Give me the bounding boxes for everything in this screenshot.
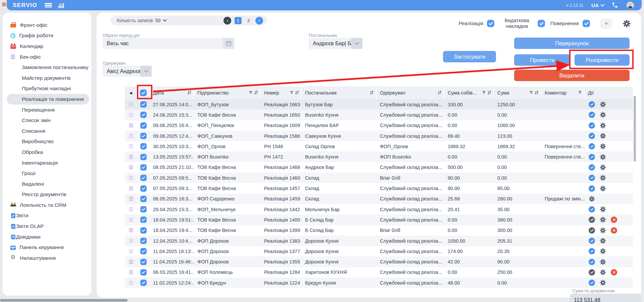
gear-icon[interactable]	[600, 175, 606, 181]
drag-handle-icon[interactable]	[129, 113, 133, 117]
column-header-1[interactable]: Підприємство	[194, 86, 261, 99]
unposted-icon[interactable]	[589, 269, 595, 276]
row-checkbox[interactable]	[140, 206, 147, 213]
sidebar-item-8[interactable]: Переміщення	[3, 105, 91, 115]
sidebar-item-20[interactable]: Довідники	[3, 232, 91, 242]
chevron-down-icon[interactable]	[163, 18, 167, 21]
row-checkbox[interactable]	[140, 122, 147, 129]
column-header-5[interactable]: Сума собів...	[444, 86, 494, 99]
row-checkbox[interactable]	[140, 227, 147, 234]
posted-icon[interactable]	[589, 280, 595, 286]
drag-handle-icon[interactable]	[129, 103, 133, 107]
posted-icon[interactable]	[589, 122, 595, 129]
row-checkbox[interactable]	[140, 101, 147, 108]
cancel-icon[interactable]	[611, 227, 617, 234]
sidebar-item-13[interactable]: Інвентаризація	[3, 158, 91, 168]
table-row[interactable]: 12.04.2025 10:4...ФОП ДороховРеалізація …	[125, 236, 633, 246]
sidebar-item-17[interactable]: Лояльність та CRM	[3, 200, 91, 210]
sort-icon[interactable]	[487, 90, 491, 96]
posted-icon[interactable]	[589, 238, 595, 244]
table-row[interactable]: 09.06.2025 16:4...ФОП_ПенцалюкРеалізація…	[125, 120, 633, 131]
sidebar-item-22[interactable]: Налаштування	[3, 253, 91, 263]
table-row[interactable]: 06.03.2025 16:41...ФОП КоломієцьРеалізац…	[125, 267, 633, 278]
period-filter-input[interactable]: Весь час	[103, 38, 234, 49]
row-checkbox[interactable]	[140, 196, 147, 202]
drag-handle-icon[interactable]	[129, 123, 133, 127]
filter-icon[interactable]	[529, 90, 533, 96]
table-row[interactable]: 11.04.2025 16:46:...ФОП ДороховРеалізаці…	[125, 256, 633, 267]
chevron-down-icon[interactable]	[351, 38, 362, 49]
sidebar-item-1[interactable]: Графік роботи	[3, 31, 91, 41]
filter-icon[interactable]	[578, 90, 582, 96]
sidebar-item-15[interactable]: Видалені	[3, 179, 91, 189]
sidebar-item-18[interactable]: Звіти	[3, 210, 91, 221]
select-all-checkbox[interactable]	[140, 89, 147, 96]
column-header-0[interactable]: Дата	[150, 86, 194, 99]
gear-icon[interactable]	[600, 122, 606, 129]
sidebar-item-14[interactable]: Гроші	[3, 168, 91, 179]
row-checkbox[interactable]	[140, 259, 147, 265]
gear-icon[interactable]	[600, 259, 606, 265]
posted-icon[interactable]	[589, 101, 595, 108]
table-row[interactable]: 08.05.2025 21:10...ТОВ Кафе ВеснаРеаліза…	[125, 162, 633, 173]
row-checkbox[interactable]	[140, 133, 147, 139]
chevron-down-icon[interactable]	[140, 66, 152, 77]
receiver-select[interactable]: Авіс| Андрєєв Бар|	[103, 66, 152, 77]
table-row[interactable]: 07.05.2025 09:3...ТОВ Кафе ВеснаРеалізац…	[125, 183, 633, 193]
gear-icon[interactable]	[600, 280, 606, 286]
filter-icon[interactable]	[249, 90, 253, 96]
row-checkbox[interactable]	[140, 238, 147, 244]
gear-icon[interactable]	[600, 112, 606, 118]
posted-icon[interactable]	[589, 259, 595, 265]
posted-icon[interactable]	[589, 164, 595, 171]
column-header-4[interactable]: Одержувач	[377, 86, 444, 99]
posted-icon[interactable]	[589, 175, 595, 181]
table-settings-gear-icon[interactable]	[623, 19, 631, 28]
sort-icon[interactable]	[254, 90, 258, 96]
posted-icon[interactable]	[589, 248, 595, 254]
sidebar-item-3[interactable]: Бек-офіс	[3, 52, 91, 62]
table-row[interactable]: 27.06.2025 14:0...ФОП_БутузовРеалізація …	[125, 99, 633, 110]
gear-icon[interactable]	[600, 101, 606, 108]
row-checkbox[interactable]	[140, 143, 147, 149]
doc-filter-checkbox[interactable]	[538, 20, 545, 27]
drag-handle-icon[interactable]	[129, 207, 133, 212]
sidebar-item-19[interactable]: Звіти OLAP	[3, 221, 91, 232]
gear-icon[interactable]	[600, 238, 606, 244]
sort-icon[interactable]	[187, 90, 191, 96]
column-header-7[interactable]: Коментар	[541, 86, 585, 99]
table-row[interactable]: 11.04.2025 18:13:...ФОП ДороховРеалізаці…	[125, 246, 633, 256]
drag-handle-icon[interactable]	[129, 155, 133, 159]
sidebar-item-10[interactable]: Списання	[3, 126, 91, 136]
delete-button[interactable]: Видалити	[514, 70, 630, 81]
calendar-icon[interactable]	[223, 38, 234, 49]
page-button[interactable]: 2	[245, 17, 252, 24]
sidebar-item-5[interactable]: Майстер документів	[3, 73, 91, 83]
gear-icon[interactable]	[600, 217, 606, 223]
next-page-button[interactable]: ›	[255, 17, 263, 24]
gear-icon[interactable]	[600, 227, 606, 234]
sidebar-item-2[interactable]: Календар	[3, 41, 91, 52]
sidebar-item-12[interactable]: Обробка	[3, 147, 91, 158]
sidebar-item-9[interactable]: Список змін	[3, 115, 91, 126]
drag-handle-icon[interactable]	[129, 270, 133, 274]
drag-handle-icon[interactable]	[129, 165, 133, 169]
doc-filter-checkbox[interactable]	[487, 20, 494, 27]
sort-icon[interactable]	[295, 90, 299, 96]
filter-icon[interactable]	[482, 90, 486, 96]
column-header-6[interactable]: Сума	[494, 86, 541, 99]
table-row[interactable]: 13.05.2025 15:57:...ФОП BusenkoРН 1472Bu…	[125, 152, 633, 162]
recalc-button[interactable]: Перерахунок	[514, 38, 630, 49]
unposted-icon[interactable]	[589, 217, 595, 223]
posted-icon[interactable]	[589, 206, 595, 213]
sidebar-item-0[interactable]: Фронт-офіс	[3, 20, 91, 31]
sidebar-item-6[interactable]: Прибуткові накладні	[3, 83, 91, 94]
gear-icon[interactable]	[600, 269, 606, 276]
sidebar-item-4[interactable]: Замовлення постачальнику	[3, 62, 91, 73]
column-header-3[interactable]: Постачальник	[302, 86, 377, 99]
horizontal-scrollbar[interactable]	[0, 299, 128, 302]
table-row[interactable]: 18.04.2025 19:4...ТОВ Кафе ВеснаРеалізац…	[125, 225, 633, 236]
posted-icon[interactable]	[589, 133, 595, 139]
gear-icon[interactable]	[600, 154, 606, 160]
drag-handle-icon[interactable]	[129, 249, 133, 253]
